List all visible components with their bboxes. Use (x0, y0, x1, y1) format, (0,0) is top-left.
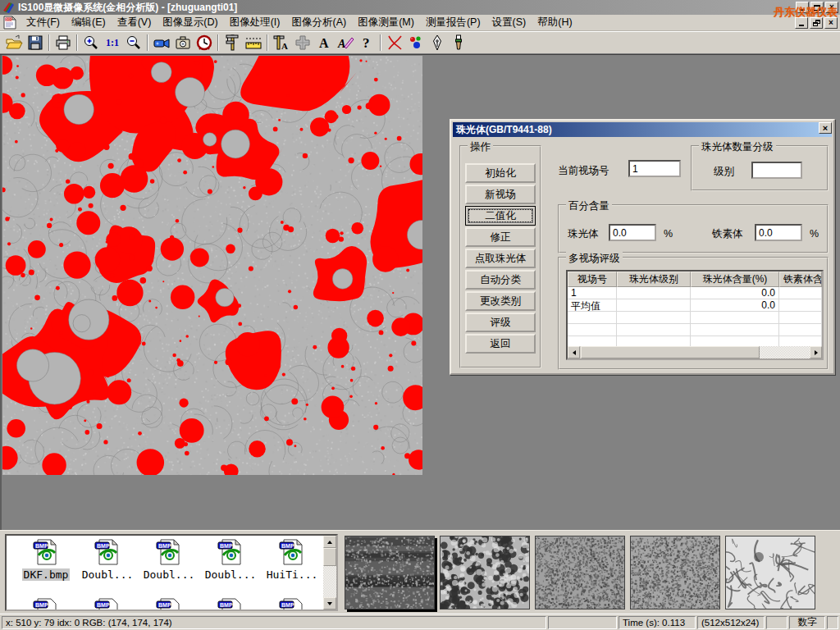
table-row[interactable]: 1 0.0 (568, 287, 822, 299)
grade-input[interactable] (751, 162, 802, 179)
bmp-file-icon: BMP (155, 539, 183, 565)
menu-measure-report[interactable]: 测量报告(P) (420, 14, 486, 31)
photo-camera-icon[interactable] (172, 33, 194, 52)
dialog-title-bar[interactable]: 珠光体(GB/T9441-88) (453, 122, 832, 137)
paint-brush-icon[interactable] (448, 33, 469, 52)
file-item[interactable]: BMP DKF.bmp (16, 539, 75, 581)
help-icon[interactable]: ? (356, 33, 377, 52)
col-ferrite-content: 铁素体含量(%) (779, 272, 822, 287)
ruler-icon[interactable] (243, 33, 264, 52)
col-pearlite-content: 珠光体含量(%) (691, 272, 779, 287)
video-camera-icon[interactable] (151, 33, 172, 52)
menu-edit[interactable]: 编辑(E) (66, 14, 112, 31)
actual-size-icon[interactable]: 1:1 (102, 33, 123, 52)
ferrite-percent-input[interactable] (755, 224, 802, 241)
sample-thumbnail[interactable] (535, 536, 625, 609)
sample-thumbnail[interactable] (725, 536, 815, 609)
menu-help[interactable]: 帮助(H) (532, 14, 578, 31)
file-item[interactable]: BMP (139, 598, 199, 611)
menu-settings[interactable]: 设置(S) (486, 14, 532, 31)
toolbar-separator (147, 34, 148, 51)
return-button[interactable]: 返回 (465, 334, 536, 354)
zoom-in-icon[interactable] (80, 33, 102, 52)
file-item[interactable]: BMP (16, 598, 75, 611)
scrollbar-track[interactable] (760, 346, 810, 358)
zoom-out-icon[interactable] (123, 33, 144, 52)
file-name: HuiTi... (265, 568, 320, 581)
current-view-input[interactable] (628, 160, 681, 177)
percent-group: 百分含量 珠光体 % 铁素体 % (558, 204, 829, 253)
menu-image-measure[interactable]: 图像测量(M) (352, 14, 420, 31)
cell-field: 平均值 (568, 299, 617, 311)
cell-pearlite: 0.0 (691, 287, 779, 299)
dialog-close-button[interactable]: × (819, 122, 832, 134)
binarize-button[interactable]: 二值化 (465, 206, 536, 226)
pick-pen-icon[interactable] (427, 33, 448, 52)
percent-group-label: 百分含量 (566, 199, 612, 213)
document-icon[interactable]: DOC (2, 16, 17, 30)
scroll-right-button[interactable] (810, 346, 822, 358)
file-item[interactable]: BMP (78, 598, 137, 611)
annotate-icon[interactable]: A (335, 33, 356, 52)
correct-button[interactable]: 修正 (465, 227, 536, 247)
particle-classify-icon[interactable] (405, 33, 427, 52)
col-field-number: 视场号 (568, 272, 617, 287)
svg-text:BMP: BMP (35, 602, 48, 608)
file-list: BMP DKF.bmp BMP Doubl... BMP (5, 534, 338, 611)
title-bar: IS100显微摄像系统(金相分析版) - [zhuguangti01] × (0, 0, 840, 15)
pearlite-percent-input[interactable] (609, 224, 656, 241)
sample-thumbnail[interactable] (345, 536, 435, 609)
measure-text-icon[interactable]: A (271, 33, 292, 52)
scrollbar-thumb[interactable] (581, 346, 760, 358)
status-bar: x: 510 y: 79 idx: 0 RGB: (174, 174, 174)… (0, 614, 840, 630)
micrograph-image[interactable] (2, 56, 422, 475)
menu-image-display[interactable]: 图像显示(D) (157, 14, 223, 31)
col-pearlite-grade: 珠光体级别 (617, 272, 691, 287)
grade-button[interactable]: 评级 (465, 313, 536, 332)
toolbar-separator (76, 34, 78, 51)
toolbar-separator (217, 34, 219, 51)
print-icon[interactable] (52, 33, 74, 52)
text-label-icon[interactable]: A (313, 33, 335, 52)
change-class-button[interactable]: 更改类别 (465, 291, 536, 311)
menu-file[interactable]: 文件(F) (21, 14, 66, 31)
file-item[interactable]: BMP Doubl... (201, 539, 260, 581)
sample-thumbnail[interactable] (440, 536, 530, 609)
toolbar-separator (267, 34, 268, 51)
file-item[interactable]: BMP Doubl... (139, 539, 199, 581)
sample-thumbnail[interactable] (630, 536, 720, 609)
curve-edit-icon[interactable] (384, 33, 405, 52)
file-item[interactable]: BMP HuiTi... (262, 539, 322, 581)
multiview-group: 多视场评级 视场号 珠光体级别 珠光体含量(%) 铁素体含量(%) 1 0.0 … (558, 257, 829, 370)
pearlite-percent-sign: % (664, 228, 673, 240)
file-name: Doubl... (142, 568, 197, 581)
pick-pearlite-button[interactable]: 点取珠光体 (465, 249, 536, 268)
menu-image-processing[interactable]: 图像处理(I) (224, 14, 286, 31)
initialize-button[interactable]: 初始化 (465, 163, 536, 183)
svg-text:A: A (281, 41, 288, 51)
clock-icon[interactable] (194, 33, 215, 52)
scroll-up-button[interactable] (323, 536, 336, 548)
table-row[interactable]: 平均值 0.0 (568, 299, 822, 312)
caliper-icon[interactable] (221, 33, 243, 52)
scroll-down-button[interactable] (323, 597, 336, 609)
file-item[interactable]: BMP (262, 598, 322, 611)
menu-image-analysis[interactable]: 图像分析(A) (285, 14, 352, 31)
scroll-left-button[interactable] (568, 346, 580, 358)
merge-grid-icon[interactable] (292, 33, 313, 52)
table-row-empty (568, 312, 822, 324)
file-item[interactable]: BMP Doubl... (78, 539, 137, 581)
menu-view[interactable]: 查看(V) (112, 14, 158, 31)
save-icon[interactable] (25, 33, 46, 52)
operation-group-label: 操作 (468, 140, 493, 154)
table-horizontal-scrollbar[interactable] (568, 346, 822, 358)
auto-classify-button[interactable]: 自动分类 (465, 270, 536, 290)
file-item[interactable]: BMP (201, 598, 260, 611)
open-file-icon[interactable] (3, 33, 25, 52)
toolbar-separator (48, 34, 50, 51)
bmp-file-icon: BMP (32, 539, 60, 565)
scrollbar-thumb[interactable] (323, 548, 336, 566)
workspace: 珠光体(GB/T9441-88) × 操作 初始化 新视场 二值化 修正 点取珠… (0, 54, 840, 530)
file-list-scrollbar[interactable] (323, 536, 336, 609)
new-field-button[interactable]: 新视场 (465, 185, 536, 204)
